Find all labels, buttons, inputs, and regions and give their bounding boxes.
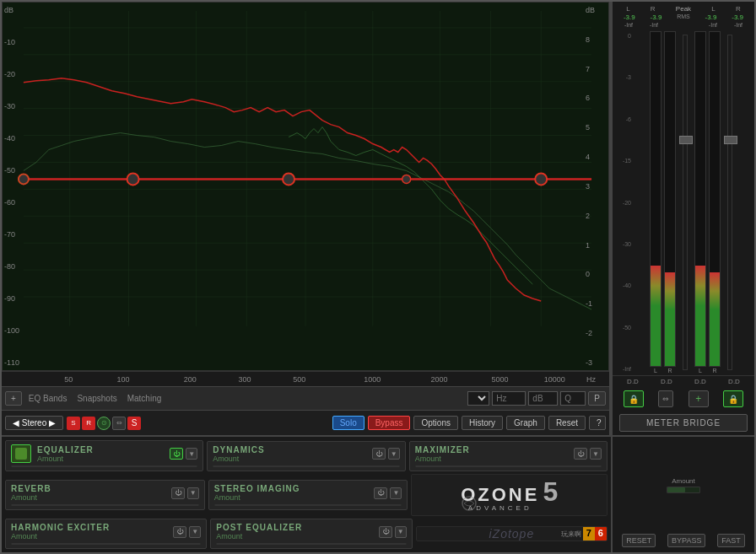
svg-point-22 bbox=[127, 173, 139, 185]
lock-btn-1[interactable]: 🔒 bbox=[624, 390, 644, 407]
eq-dropdown-btn[interactable]: ▼ bbox=[186, 448, 197, 460]
ch-icon-green[interactable]: ⊙ bbox=[97, 417, 111, 430]
overlay-7: 7 bbox=[583, 526, 595, 541]
stereo-imaging-power-btn[interactable]: ⏻ bbox=[374, 487, 387, 499]
reset-button[interactable]: Reset bbox=[548, 416, 586, 430]
options-button[interactable]: Options bbox=[413, 416, 457, 430]
db-input[interactable] bbox=[528, 391, 558, 406]
module-row-3: HARMONIC EXCITER Amount ⏻ ▼ bbox=[5, 519, 608, 549]
transport-bar: ◀ Stereo ▶ S R ⊙ ⇔ S Solo Bypass Options… bbox=[2, 410, 609, 435]
meter-bridge-button[interactable]: METER BRIDGE bbox=[619, 414, 748, 432]
r-peak-val: -3.9 bbox=[651, 13, 662, 21]
ch-icon-s[interactable]: S bbox=[127, 417, 141, 430]
bypass-button[interactable]: Bypass bbox=[368, 416, 411, 430]
reverb-controls: ⏻ ▼ bbox=[171, 487, 199, 499]
maximizer-power-btn[interactable]: ⏻ bbox=[574, 448, 587, 460]
harmonic-exciter-amount: Amount bbox=[11, 532, 110, 541]
dynamics-slider[interactable] bbox=[213, 465, 399, 467]
history-button[interactable]: History bbox=[462, 416, 503, 430]
q-input[interactable] bbox=[560, 391, 586, 406]
eq-controls: ⏻ ▼ bbox=[170, 448, 197, 460]
reverb-power-btn[interactable]: ⏻ bbox=[171, 487, 185, 499]
maximizer-amount: Amount bbox=[415, 454, 470, 463]
hz-input[interactable] bbox=[492, 391, 526, 406]
stereo-imaging-dropdown-btn[interactable]: ▼ bbox=[390, 487, 402, 499]
harmonic-exciter-slider[interactable] bbox=[11, 543, 201, 545]
module-row-1: EQUALIZER Amount ⏻ ▼ bbox=[5, 440, 608, 471]
r-rms-val: -Inf bbox=[650, 22, 658, 28]
harmonic-exciter-dropdown-btn[interactable]: ▼ bbox=[189, 526, 201, 538]
snapshots-label: Snapshots bbox=[73, 394, 120, 403]
meter-bridge: L R Peak L R -3.9 -3.9 RMS -3.9 -3.9 -In… bbox=[611, 2, 754, 435]
eq-toolbar: + EQ Bands Snapshots Matching P bbox=[2, 386, 609, 410]
module-equalizer: EQUALIZER Amount ⏻ ▼ bbox=[5, 440, 203, 471]
eq-display[interactable]: dB -10 -20 -30 -40 -50 -60 -70 -80 -90 -… bbox=[2, 2, 609, 371]
l-rms-val: -Inf bbox=[624, 22, 633, 28]
app-container: dB -10 -20 -30 -40 -50 -60 -70 -80 -90 -… bbox=[0, 0, 756, 554]
harmonic-exciter-name: HARMONIC EXCITER bbox=[11, 523, 110, 532]
add-band-button[interactable]: + bbox=[5, 391, 22, 406]
dynamics-dropdown-btn[interactable]: ▼ bbox=[388, 448, 400, 460]
eq-slider[interactable] bbox=[11, 465, 197, 467]
extra-btn-2[interactable]: BYPASS bbox=[667, 534, 705, 547]
ch-icon-red[interactable]: S bbox=[67, 417, 80, 430]
post-equalizer-slider[interactable] bbox=[216, 543, 406, 545]
plus-btn[interactable]: + bbox=[688, 390, 709, 407]
svg-point-21 bbox=[19, 174, 29, 184]
stereo-button[interactable]: ◀ Stereo ▶ bbox=[5, 416, 63, 430]
r-rms2-val: -Inf bbox=[734, 22, 742, 28]
link-btn-1[interactable]: ⇔ bbox=[658, 390, 673, 407]
dynamics-name: DYNAMICS bbox=[213, 445, 264, 454]
stereo-imaging-amount: Amount bbox=[214, 493, 300, 502]
fader-1[interactable] bbox=[679, 136, 693, 144]
maximizer-dropdown-btn[interactable]: ▼ bbox=[590, 448, 602, 460]
stereo-imaging-slider[interactable] bbox=[214, 504, 402, 506]
module-harmonic-exciter: HARMONIC EXCITER Amount ⏻ ▼ bbox=[5, 519, 207, 549]
post-equalizer-dropdown-btn[interactable]: ▼ bbox=[395, 526, 407, 538]
module-post-equalizer: POST EQUALIZER Amount ⏻ ▼ bbox=[210, 519, 412, 549]
meter-bar-l2 bbox=[694, 31, 706, 367]
graph-button[interactable]: Graph bbox=[506, 416, 545, 430]
meter-bar-r2 bbox=[709, 31, 721, 367]
matching-label: Matching bbox=[124, 394, 165, 403]
ch-icon-red2[interactable]: R bbox=[82, 417, 95, 430]
fader-2[interactable] bbox=[724, 136, 737, 144]
r-label-1: R bbox=[651, 5, 656, 13]
post-equalizer-power-btn[interactable]: ⏻ bbox=[379, 526, 392, 538]
harmonic-exciter-power-btn[interactable]: ⏻ bbox=[173, 526, 186, 538]
eq-power-btn[interactable]: ⏻ bbox=[170, 448, 183, 460]
extra-btn-1[interactable]: RESET bbox=[622, 534, 656, 547]
post-equalizer-controls: ⏻ ▼ bbox=[379, 526, 407, 538]
stereo-imaging-name: STEREO IMAGING bbox=[214, 484, 300, 493]
equalizer-name: EQUALIZER bbox=[37, 445, 94, 454]
reverb-dropdown-btn[interactable]: ▼ bbox=[187, 487, 199, 499]
bottom-area: EQUALIZER Amount ⏻ ▼ bbox=[2, 435, 754, 552]
db-labels-right: dB 8 7 6 5 4 3 2 1 0 -1 -2 -3 bbox=[586, 3, 595, 370]
solo-button[interactable]: Solo bbox=[332, 416, 364, 430]
help-button[interactable]: ? bbox=[589, 416, 606, 430]
lock-row: 🔒 ⇔ + 🔒 bbox=[613, 387, 754, 411]
ozone-logo: OZONE ADVANCED 5 bbox=[461, 478, 558, 512]
top-section: dB -10 -20 -30 -40 -50 -60 -70 -80 -90 -… bbox=[2, 2, 754, 435]
maximizer-controls: ⏻ ▼ bbox=[574, 448, 602, 460]
l-label-2: L bbox=[711, 5, 715, 13]
module-stereo-imaging: STEREO IMAGING Amount ⏻ ▼ bbox=[208, 480, 408, 510]
rms-label: RMS bbox=[677, 13, 690, 21]
right-slider-1[interactable] bbox=[667, 487, 700, 493]
dynamics-power-btn[interactable]: ⏻ bbox=[372, 448, 386, 460]
ch-icon-dark[interactable]: ⇔ bbox=[112, 417, 126, 430]
eq-panel: dB -10 -20 -30 -40 -50 -60 -70 -80 -90 -… bbox=[2, 2, 611, 435]
maximizer-name: MAXIMIZER bbox=[415, 445, 470, 454]
extra-btn-3[interactable]: FAST bbox=[717, 534, 745, 547]
module-row-2: REVERB Amount ⏻ ▼ bbox=[5, 474, 608, 516]
p-button[interactable]: P bbox=[588, 391, 606, 406]
l-rms2-val: -Inf bbox=[709, 22, 717, 28]
reverb-slider[interactable] bbox=[11, 504, 199, 506]
matching-select[interactable] bbox=[467, 391, 489, 406]
maximizer-slider[interactable] bbox=[415, 465, 602, 467]
dynamics-amount: Amount bbox=[213, 454, 264, 463]
meter-bar-r1 bbox=[664, 31, 676, 367]
lock-btn-2[interactable]: 🔒 bbox=[723, 390, 743, 407]
l-peak2-val: -3.9 bbox=[705, 13, 717, 21]
eq-led bbox=[11, 444, 31, 463]
